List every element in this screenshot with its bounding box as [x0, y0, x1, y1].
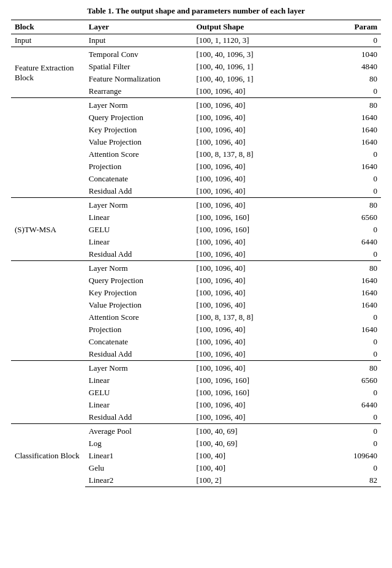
- param-cell: 1640: [334, 124, 381, 136]
- shape-cell: [100, 1096, 40]: [193, 248, 334, 261]
- layer-cell: Layer Norm: [85, 361, 193, 375]
- param-cell: 6560: [334, 374, 381, 387]
- block-cell: Classification Block: [11, 424, 85, 487]
- shape-cell: [100, 8, 137, 8, 8]: [193, 148, 334, 161]
- layer-cell: Temporal Conv: [85, 47, 193, 61]
- param-cell: 0: [334, 336, 381, 348]
- layer-cell: Input: [85, 34, 193, 47]
- layer-cell: GELU: [85, 224, 193, 236]
- param-cell: 0: [334, 311, 381, 324]
- shape-cell: [100, 40]: [193, 450, 334, 462]
- block-cell: (S)TW-MSA: [11, 198, 85, 261]
- layer-cell: Linear: [85, 236, 193, 248]
- shape-cell: [100, 1096, 40]: [193, 411, 334, 424]
- layer-cell: Residual Add: [85, 411, 193, 424]
- shape-cell: [100, 1096, 40]: [193, 361, 334, 375]
- layer-cell: Attention Score: [85, 148, 193, 161]
- param-cell: 0: [334, 387, 381, 399]
- layer-cell: Linear2: [85, 474, 193, 487]
- param-cell: 1640: [334, 136, 381, 148]
- shape-cell: [100, 2]: [193, 474, 334, 487]
- block-cell: Input: [11, 34, 85, 47]
- block-cell: [11, 261, 85, 361]
- param-cell: 0: [334, 248, 381, 261]
- layer-cell: Feature Normalization: [85, 73, 193, 85]
- shape-cell: [100, 1096, 40]: [193, 399, 334, 411]
- layer-cell: Projection: [85, 324, 193, 336]
- layer-cell: Projection: [85, 161, 193, 173]
- shape-cell: [100, 1096, 40]: [193, 136, 334, 148]
- param-cell: 1640: [334, 275, 381, 287]
- shape-cell: [100, 1, 1120, 3]: [193, 34, 334, 47]
- shape-cell: [100, 1096, 40]: [193, 261, 334, 275]
- header-param: Param: [334, 20, 381, 34]
- layer-cell: Attention Score: [85, 311, 193, 324]
- param-cell: 0: [334, 224, 381, 236]
- table-row: Feature Extraction BlockTemporal Conv[10…: [11, 47, 381, 61]
- header-shape: Output Shape: [193, 20, 334, 34]
- shape-cell: [100, 40, 1096, 3]: [193, 47, 334, 61]
- shape-cell: [100, 1096, 40]: [193, 336, 334, 348]
- layer-cell: Linear: [85, 374, 193, 387]
- shape-cell: [100, 1096, 160]: [193, 211, 334, 224]
- layer-cell: Log: [85, 437, 193, 450]
- header-block: Block: [11, 20, 85, 34]
- layer-cell: Linear: [85, 399, 193, 411]
- param-cell: 6440: [334, 236, 381, 248]
- shape-cell: [100, 1096, 40]: [193, 198, 334, 212]
- shape-cell: [100, 1096, 40]: [193, 348, 334, 361]
- layer-cell: Value Projection: [85, 136, 193, 148]
- table-row: Layer Norm[100, 1096, 40]80: [11, 98, 381, 112]
- layer-cell: Concatenate: [85, 173, 193, 185]
- shape-cell: [100, 40, 69]: [193, 424, 334, 438]
- shape-cell: [100, 1096, 40]: [193, 98, 334, 112]
- layer-cell: Concatenate: [85, 336, 193, 348]
- param-cell: 0: [334, 437, 381, 450]
- param-cell: 1640: [334, 112, 381, 124]
- block-cell: [11, 98, 85, 198]
- param-cell: 109640: [334, 450, 381, 462]
- param-cell: 1640: [334, 161, 381, 173]
- layer-cell: Layer Norm: [85, 98, 193, 112]
- block-cell: Feature Extraction Block: [11, 47, 85, 98]
- table-row: Layer Norm[100, 1096, 40]80: [11, 261, 381, 275]
- shape-cell: [100, 1096, 40]: [193, 185, 334, 198]
- shape-cell: [100, 40]: [193, 462, 334, 474]
- layer-cell: Gelu: [85, 462, 193, 474]
- param-cell: 6560: [334, 211, 381, 224]
- header-layer: Layer: [85, 20, 193, 34]
- table-title: Table 1. The output shape and parameters…: [11, 6, 381, 16]
- shape-cell: [100, 8, 137, 8, 8]: [193, 311, 334, 324]
- table-row: (S)TW-MSALayer Norm[100, 1096, 40]80: [11, 198, 381, 212]
- shape-cell: [100, 40, 69]: [193, 437, 334, 450]
- param-cell: 0: [334, 148, 381, 161]
- table-row: Layer Norm[100, 1096, 40]80: [11, 361, 381, 375]
- shape-cell: [100, 1096, 40]: [193, 161, 334, 173]
- layer-cell: Linear: [85, 211, 193, 224]
- shape-cell: [100, 1096, 40]: [193, 287, 334, 299]
- layer-cell: Value Projection: [85, 299, 193, 311]
- param-cell: 6440: [334, 399, 381, 411]
- shape-cell: [100, 1096, 40]: [193, 124, 334, 136]
- layer-cell: Rearrange: [85, 85, 193, 98]
- layer-cell: Average Pool: [85, 424, 193, 438]
- layer-cell: Key Projection: [85, 124, 193, 136]
- shape-cell: [100, 1096, 40]: [193, 324, 334, 336]
- shape-cell: [100, 1096, 40]: [193, 275, 334, 287]
- shape-cell: [100, 40, 1096, 1]: [193, 73, 334, 85]
- param-cell: 0: [334, 411, 381, 424]
- layer-cell: Residual Add: [85, 185, 193, 198]
- table-header-row: Block Layer Output Shape Param: [11, 20, 381, 34]
- param-cell: 1040: [334, 47, 381, 61]
- shape-cell: [100, 1096, 40]: [193, 236, 334, 248]
- layer-cell: Residual Add: [85, 248, 193, 261]
- layer-cell: Spatial Filter: [85, 61, 193, 73]
- param-cell: 0: [334, 85, 381, 98]
- block-cell: [11, 361, 85, 424]
- param-cell: 0: [334, 462, 381, 474]
- layer-cell: Layer Norm: [85, 198, 193, 212]
- param-cell: 80: [334, 261, 381, 275]
- shape-cell: [100, 1096, 40]: [193, 299, 334, 311]
- layer-cell: Query Projection: [85, 275, 193, 287]
- param-cell: 80: [334, 73, 381, 85]
